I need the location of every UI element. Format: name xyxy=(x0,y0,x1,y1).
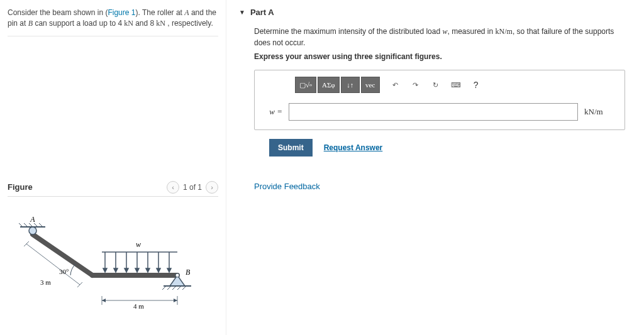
figure-next-button[interactable]: › xyxy=(206,181,218,194)
answer-box: ▢√▫ ΑΣφ ↓↑ vec ↶ ↷ ↻ ⌨ ? w = kN/m xyxy=(254,70,625,130)
q-var-w: w xyxy=(442,27,447,36)
vector-button[interactable]: vec xyxy=(361,77,380,93)
reset-button[interactable]: ↻ xyxy=(426,77,445,93)
answer-input-row: w = kN/m xyxy=(264,103,616,121)
request-answer-link[interactable]: Request Answer xyxy=(324,143,383,152)
svg-marker-23 xyxy=(125,268,128,272)
svg-point-10 xyxy=(175,273,179,277)
figure-title: Figure xyxy=(8,182,33,192)
figure-prev-button[interactable]: ‹ xyxy=(167,181,179,194)
diagram-label-B: B xyxy=(186,268,191,277)
svg-line-34 xyxy=(77,282,82,287)
answer-input[interactable] xyxy=(289,103,578,121)
svg-marker-31 xyxy=(167,268,171,272)
templates-button[interactable]: ▢√▫ xyxy=(295,77,316,93)
diagram-label-angle: 30° xyxy=(59,268,69,275)
problem-text-5: , respectively. xyxy=(165,19,213,28)
question-text: Determine the maximum intensity of the d… xyxy=(254,26,631,48)
svg-point-2 xyxy=(29,227,36,234)
provide-feedback-link[interactable]: Provide Feedback xyxy=(254,182,320,191)
answer-unit-label: kN/m xyxy=(584,107,616,117)
problem-text-4: can support a load up to xyxy=(33,19,118,28)
part-a-title: Part A xyxy=(250,8,274,17)
figure-header: Figure ‹ 1 of 1 › xyxy=(8,181,218,197)
diagram-label-4m: 4 m xyxy=(133,302,144,310)
diagram-label-w: w xyxy=(136,240,141,249)
problem-statement: Consider the beam shown in (Figure 1). T… xyxy=(8,5,218,36)
var-B: B xyxy=(28,19,33,28)
variable-label: w = xyxy=(264,107,282,117)
left-panel: Consider the beam shown in (Figure 1). T… xyxy=(0,0,226,335)
part-a-header[interactable]: ▼ Part A xyxy=(239,5,631,23)
load-a-unit: kN xyxy=(122,19,133,28)
svg-marker-19 xyxy=(103,268,107,272)
svg-marker-27 xyxy=(146,268,150,272)
problem-text-1: Consider the beam shown in ( xyxy=(8,8,108,17)
figure-section: Figure ‹ 1 of 1 › xyxy=(8,181,218,322)
load-b-unit: kN xyxy=(154,19,165,28)
problem-text-2: ). The roller at xyxy=(135,8,184,17)
q-unit: kN/m xyxy=(496,27,513,36)
figure-image: A B w 30° 3 m 4 m xyxy=(8,216,218,322)
svg-marker-21 xyxy=(114,268,118,272)
question-body: Determine the maximum intensity of the d… xyxy=(239,23,631,191)
greek-button[interactable]: ΑΣφ xyxy=(318,77,340,93)
svg-marker-29 xyxy=(157,268,160,272)
right-panel: ▼ Part A Determine the maximum intensity… xyxy=(226,0,644,335)
subscript-button[interactable]: ↓↑ xyxy=(341,77,360,93)
svg-marker-39 xyxy=(174,299,177,302)
submit-button[interactable]: Submit xyxy=(269,139,313,157)
svg-line-33 xyxy=(24,241,29,246)
svg-marker-38 xyxy=(102,299,106,302)
svg-marker-25 xyxy=(135,268,139,272)
submit-row: Submit Request Answer xyxy=(254,139,631,157)
var-A: A xyxy=(184,8,189,17)
collapse-caret-icon: ▼ xyxy=(239,9,245,16)
undo-button[interactable]: ↶ xyxy=(386,77,405,93)
help-button[interactable]: ? xyxy=(467,77,486,93)
figure-page-indicator: 1 of 1 xyxy=(183,183,202,192)
problem-and: and xyxy=(133,19,150,28)
q-text-1: Determine the maximum intensity of the d… xyxy=(254,27,442,36)
equation-toolbar: ▢√▫ ΑΣφ ↓↑ vec ↶ ↷ ↻ ⌨ ? xyxy=(295,77,616,93)
figure-nav: ‹ 1 of 1 › xyxy=(167,181,218,194)
q-text-2: , measured in xyxy=(448,27,496,36)
keyboard-button[interactable]: ⌨ xyxy=(447,77,465,93)
diagram-label-3m: 3 m xyxy=(40,278,51,286)
figure-reference-link[interactable]: Figure 1 xyxy=(108,8,135,17)
redo-button[interactable]: ↷ xyxy=(406,77,425,93)
diagram-label-A: A xyxy=(30,216,35,224)
answer-instruction: Express your answer using three signific… xyxy=(254,52,631,61)
